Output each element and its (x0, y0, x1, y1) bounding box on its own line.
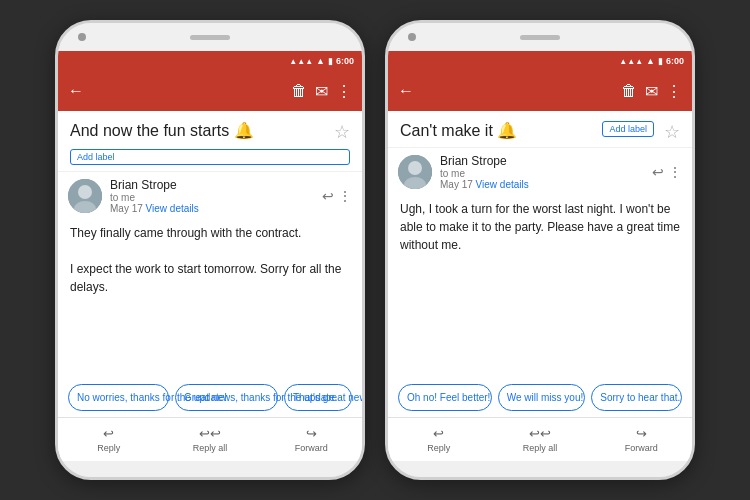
forward-label-2: Forward (625, 443, 658, 453)
subject-1: And now the fun starts 🔔 (70, 121, 328, 140)
bottom-actions-2: ↩ Reply ↩↩ Reply all ↪ Forward (388, 417, 692, 461)
bottom-actions-1: ↩ Reply ↩↩ Reply all ↪ Forward (58, 417, 362, 461)
date-1: May 17 (110, 203, 143, 214)
sender-actions-1: ↩ ⋮ (322, 188, 352, 204)
phone-bottom-2 (388, 461, 692, 477)
battery-icon: ▮ (328, 56, 333, 66)
mail-button-1[interactable]: ✉ (315, 82, 328, 101)
back-button-2[interactable]: ← (398, 82, 414, 100)
subject-emoji-2: 🔔 (497, 122, 517, 139)
email-body-2: Ugh, I took a turn for the worst last ni… (388, 196, 692, 378)
avatar-2 (398, 155, 432, 189)
status-bar-1: ▲▲▲ ▲ ▮ 6:00 (58, 51, 362, 71)
reply-all-button-2[interactable]: ↩↩ Reply all (489, 418, 590, 461)
camera-2 (408, 33, 416, 41)
reply-label-1: Reply (97, 443, 120, 453)
toolbar-2: ← 🗑 ✉ ⋮ (388, 71, 692, 111)
add-label-1[interactable]: Add label (70, 149, 350, 165)
more-icon-1[interactable]: ⋮ (338, 188, 352, 204)
subject-2: Can't make it 🔔 (400, 121, 598, 140)
more-icon-2[interactable]: ⋮ (668, 164, 682, 180)
star-2[interactable]: ☆ (664, 121, 680, 143)
reply-label-2: Reply (427, 443, 450, 453)
status-icons-2: ▲▲▲ ▲ ▮ 6:00 (619, 56, 684, 66)
smart-reply-2-2[interactable]: Sorry to hear that. (591, 384, 682, 411)
reply-all-label-1: Reply all (193, 443, 228, 453)
smart-reply-1-1[interactable]: Great news, thanks for the update. (175, 384, 278, 411)
camera-1 (78, 33, 86, 41)
signal-icon-2: ▲▲▲ (619, 57, 643, 66)
reply-all-label-2: Reply all (523, 443, 558, 453)
reply-all-icon-2: ↩↩ (529, 426, 551, 441)
forward-label-1: Forward (295, 443, 328, 453)
date-2: May 17 (440, 179, 473, 190)
back-button-1[interactable]: ← (68, 82, 84, 100)
smart-reply-2-1[interactable]: We will miss you! (498, 384, 586, 411)
more-button-1[interactable]: ⋮ (336, 82, 352, 101)
reply-icon-1[interactable]: ↩ (322, 188, 334, 204)
sender-info-1: Brian Strope to me May 17 View details (110, 178, 314, 214)
battery-icon-2: ▮ (658, 56, 663, 66)
subject-row-1: And now the fun starts 🔔 ☆ (58, 111, 362, 147)
reply-button-2[interactable]: ↩ Reply (388, 418, 489, 461)
smart-replies-1: No worries, thanks for the update! Great… (58, 378, 362, 417)
speaker-1 (190, 35, 230, 40)
view-details-1[interactable]: View details (146, 203, 199, 214)
body-line1-1: They finally came through with the contr… (70, 224, 350, 242)
sender-info-2: Brian Strope to me May 17 View details (440, 154, 644, 190)
phone-top-2 (388, 23, 692, 51)
view-details-2[interactable]: View details (476, 179, 529, 190)
email-content-2: Can't make it 🔔 Add label ☆ Brian Strope… (388, 111, 692, 461)
phone-2: ▲▲▲ ▲ ▮ 6:00 ← 🗑 ✉ ⋮ Can't make it 🔔 Add… (385, 20, 695, 480)
sender-actions-2: ↩ ⋮ (652, 164, 682, 180)
reply-icon-2[interactable]: ↩ (652, 164, 664, 180)
body-2: Ugh, I took a turn for the worst last ni… (400, 200, 680, 254)
subject-emoji-1: 🔔 (234, 122, 254, 139)
delete-button-2[interactable]: 🗑 (621, 82, 637, 100)
status-icons-1: ▲▲▲ ▲ ▮ 6:00 (289, 56, 354, 66)
sender-name-1: Brian Strope (110, 178, 314, 192)
toolbar-1: ← 🗑 ✉ ⋮ (58, 71, 362, 111)
star-1[interactable]: ☆ (334, 121, 350, 143)
reply-all-icon-1: ↩↩ (199, 426, 221, 441)
status-time-2: 6:00 (666, 56, 684, 66)
sender-to-2: to me (440, 168, 465, 179)
sender-name-2: Brian Strope (440, 154, 644, 168)
mail-button-2[interactable]: ✉ (645, 82, 658, 101)
forward-icon-2: ↪ (636, 426, 647, 441)
reply-icon-btn-2: ↩ (433, 426, 444, 441)
smart-reply-1-2[interactable]: That's great news! (284, 384, 352, 411)
smart-reply-2-0[interactable]: Oh no! Feel better! (398, 384, 492, 411)
reply-button-1[interactable]: ↩ Reply (58, 418, 159, 461)
add-label-2[interactable]: Add label (602, 121, 654, 137)
sender-row-1: Brian Strope to me May 17 View details ↩… (58, 171, 362, 220)
email-content-1: And now the fun starts 🔔 ☆ Add label Bri… (58, 111, 362, 461)
status-time-1: 6:00 (336, 56, 354, 66)
speaker-2 (520, 35, 560, 40)
body-line2-1: I expect the work to start tomorrow. Sor… (70, 260, 350, 296)
smart-replies-2: Oh no! Feel better! We will miss you! So… (388, 378, 692, 417)
more-button-2[interactable]: ⋮ (666, 82, 682, 101)
svg-point-1 (78, 185, 92, 199)
subject-row-2: Can't make it 🔔 Add label ☆ (388, 111, 692, 147)
signal-icon: ▲▲▲ (289, 57, 313, 66)
email-body-1: They finally came through with the contr… (58, 220, 362, 378)
forward-icon-1: ↪ (306, 426, 317, 441)
forward-button-2[interactable]: ↪ Forward (591, 418, 692, 461)
phone-bottom-1 (58, 461, 362, 477)
sender-to-1: to me (110, 192, 135, 203)
forward-button-1[interactable]: ↪ Forward (261, 418, 362, 461)
phone-top-1 (58, 23, 362, 51)
wifi-icon: ▲ (316, 56, 325, 66)
wifi-icon-2: ▲ (646, 56, 655, 66)
reply-all-button-1[interactable]: ↩↩ Reply all (159, 418, 260, 461)
smart-reply-1-0[interactable]: No worries, thanks for the update! (68, 384, 169, 411)
delete-button-1[interactable]: 🗑 (291, 82, 307, 100)
avatar-1 (68, 179, 102, 213)
status-bar-2: ▲▲▲ ▲ ▮ 6:00 (388, 51, 692, 71)
sender-row-2: Brian Strope to me May 17 View details ↩… (388, 147, 692, 196)
reply-icon-btn-1: ↩ (103, 426, 114, 441)
phone-1: ▲▲▲ ▲ ▮ 6:00 ← 🗑 ✉ ⋮ And now the fun sta… (55, 20, 365, 480)
svg-point-4 (408, 161, 422, 175)
